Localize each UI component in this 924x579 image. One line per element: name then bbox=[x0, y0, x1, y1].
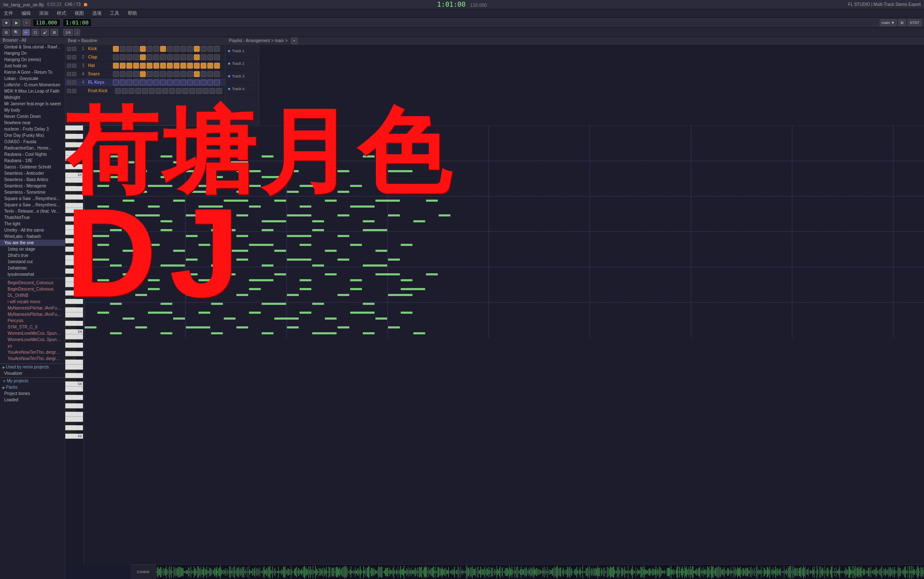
step-btn[interactable] bbox=[214, 63, 220, 69]
step-btn[interactable] bbox=[135, 88, 141, 94]
sidebar-item-mynames2[interactable]: MyNamesIsPilchar..lAmFunky_Female bbox=[0, 311, 65, 318]
step-btn[interactable] bbox=[113, 54, 119, 60]
step-btn[interactable] bbox=[167, 46, 173, 52]
step-btn[interactable] bbox=[133, 54, 139, 60]
sidebar-item-nucleon[interactable]: nucleon - Fruity Delay 3 bbox=[0, 126, 65, 132]
hat-mute-btn[interactable] bbox=[67, 64, 71, 68]
sidebar-item-my-projects[interactable]: My projects bbox=[0, 378, 65, 384]
step-btn[interactable] bbox=[147, 46, 153, 52]
step-btn[interactable] bbox=[187, 46, 193, 52]
piano-key-Eb6[interactable] bbox=[65, 213, 76, 216]
step-btn[interactable] bbox=[174, 71, 179, 77]
sidebar-item-lokan[interactable]: Lokan - Greyscale bbox=[0, 75, 65, 82]
piano-key-D7[interactable] bbox=[65, 164, 83, 169]
sidebar-item-mynames1[interactable]: MyNamesIsPilchar..lAmFunky_Female bbox=[0, 305, 65, 311]
step-btn[interactable] bbox=[194, 80, 200, 85]
sidebar-item-midnight[interactable]: Midnight bbox=[0, 94, 65, 101]
piano-key-C5[interactable]: C5 bbox=[65, 277, 83, 282]
step-btn[interactable] bbox=[180, 71, 186, 77]
step-btn[interactable] bbox=[160, 54, 166, 60]
step-btn[interactable] bbox=[126, 46, 132, 52]
step-btn[interactable] bbox=[180, 54, 186, 60]
clap-mute-btn[interactable] bbox=[67, 55, 71, 59]
step-btn[interactable] bbox=[201, 71, 206, 77]
piano-key-G4[interactable] bbox=[65, 299, 83, 304]
fruitkick-solo-btn[interactable] bbox=[72, 89, 76, 93]
step-btn[interactable] bbox=[194, 54, 200, 60]
sidebar-item-1westand[interactable]: 1westand out bbox=[0, 259, 65, 265]
play-button[interactable]: ▶ bbox=[13, 19, 20, 26]
step-btn[interactable] bbox=[149, 88, 155, 94]
step-btn[interactable] bbox=[153, 46, 159, 52]
sidebar-item-begin1[interactable]: BeginDescent_Colossus bbox=[0, 280, 65, 286]
kick-mute-btn[interactable] bbox=[67, 47, 71, 51]
step-btn[interactable] bbox=[153, 80, 159, 85]
sidebar-item-the-light[interactable]: The light bbox=[0, 221, 65, 227]
step-btn[interactable] bbox=[113, 71, 119, 77]
record-button[interactable]: ● bbox=[23, 19, 30, 26]
piano-key-Gb3[interactable] bbox=[65, 356, 76, 360]
step-btn[interactable] bbox=[129, 88, 134, 94]
step-btn[interactable] bbox=[126, 54, 132, 60]
step-btn[interactable] bbox=[120, 54, 126, 60]
step-btn[interactable] bbox=[201, 46, 206, 52]
step-btn[interactable] bbox=[214, 54, 220, 60]
menu-options[interactable]: 选项 bbox=[91, 10, 103, 17]
step-btn[interactable] bbox=[189, 88, 195, 94]
sidebar-item-square2[interactable]: Square a Saw ...Resynthesized) bbox=[0, 202, 65, 208]
piano-key-Bb4[interactable] bbox=[65, 287, 76, 291]
sidebar-item-youarenow2[interactable]: YouAreNowTenTho..dergro_Colossus bbox=[0, 355, 65, 362]
mixer-btn[interactable]: ⊞ bbox=[898, 19, 906, 26]
step-btn[interactable] bbox=[214, 46, 220, 52]
sidebar-item-loaded[interactable]: Loaded bbox=[0, 397, 65, 403]
draw-btn[interactable]: ✏ bbox=[22, 29, 30, 36]
step-btn[interactable] bbox=[214, 71, 220, 77]
piano-key-A3[interactable] bbox=[65, 343, 83, 348]
sidebar-item-used-by-remix[interactable]: Used by remix projects bbox=[0, 364, 65, 370]
piano-key-F5[interactable] bbox=[65, 255, 83, 260]
snare-mute-btn[interactable] bbox=[67, 72, 71, 76]
piano-key-G7[interactable] bbox=[65, 142, 83, 147]
sidebar-item-seamless-bass[interactable]: Seamless - Bass Antics bbox=[0, 176, 65, 183]
step-btn[interactable] bbox=[207, 63, 213, 69]
step-btn[interactable] bbox=[153, 63, 159, 69]
step-btn[interactable] bbox=[120, 63, 126, 69]
step-btn[interactable] bbox=[203, 88, 209, 94]
menu-tools[interactable]: 工具 bbox=[109, 10, 121, 17]
snap-btn[interactable]: ⊞ bbox=[3, 29, 10, 36]
sidebar-item-raubana-1ife[interactable]: Raubana - 1IfE bbox=[0, 157, 65, 164]
step-btn[interactable] bbox=[153, 71, 159, 77]
piano-key-E3[interactable] bbox=[65, 365, 83, 370]
piano-key-F4[interactable] bbox=[65, 307, 83, 312]
step-btn[interactable] bbox=[167, 63, 173, 69]
sidebar-item-seamless-sometime[interactable]: Seamless - Sometime bbox=[0, 189, 65, 195]
step-btn[interactable] bbox=[180, 63, 186, 69]
step-btn[interactable] bbox=[174, 46, 179, 52]
piano-key-A5[interactable] bbox=[65, 238, 83, 243]
step-btn[interactable] bbox=[147, 54, 153, 60]
piano-key-D3[interactable] bbox=[65, 373, 83, 378]
zoom-btn[interactable]: 🔍 bbox=[12, 29, 21, 36]
piano-key-Gb6[interactable] bbox=[65, 200, 76, 203]
piano-key-F6[interactable] bbox=[65, 203, 83, 208]
step-btn[interactable] bbox=[160, 63, 166, 69]
piano-key-Ab3[interactable] bbox=[65, 348, 76, 351]
step-btn[interactable] bbox=[207, 80, 213, 85]
step-btn[interactable] bbox=[160, 46, 166, 52]
bpm-value[interactable]: 110.000 bbox=[33, 19, 60, 27]
step-btn[interactable] bbox=[153, 54, 159, 60]
step-btn[interactable] bbox=[194, 71, 200, 77]
piano-key-Db2[interactable] bbox=[65, 430, 76, 434]
step-btn[interactable] bbox=[126, 80, 132, 85]
piano-key-Eb4[interactable] bbox=[65, 318, 76, 321]
sidebar-item-dl[interactable]: DL_DrillNB bbox=[0, 292, 65, 299]
step-btn[interactable] bbox=[160, 71, 166, 77]
piano-key-Eb3[interactable] bbox=[65, 370, 76, 373]
clap-solo-btn[interactable] bbox=[72, 55, 76, 59]
sidebar-item-my-body[interactable]: My body bbox=[0, 107, 65, 113]
piano-key-E2[interactable] bbox=[65, 417, 83, 422]
piano-key-D4[interactable] bbox=[65, 321, 83, 326]
step-btn[interactable] bbox=[113, 46, 119, 52]
piano-key-Db4[interactable] bbox=[65, 326, 76, 329]
piano-key-C7[interactable]: C7 bbox=[65, 173, 83, 178]
